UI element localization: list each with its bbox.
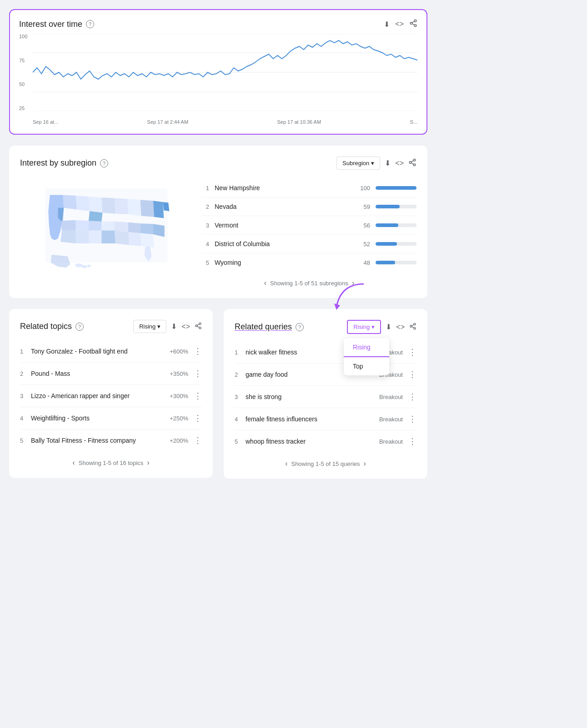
purple-arrow-annotation [332, 282, 368, 313]
subregion-dropdown[interactable]: Subregion ▾ [336, 157, 380, 170]
related-queries-dropdown[interactable]: Rising ▾ [347, 320, 381, 334]
svg-point-19 [199, 323, 201, 324]
rank-name: Vermont [215, 222, 351, 229]
rank-name: New Hampshire [215, 184, 351, 192]
query-badge: Breakout [379, 416, 403, 423]
query-more-icon[interactable]: ⋮ [408, 347, 416, 357]
subregion-controls: Subregion ▾ ⬇ <> [336, 157, 416, 170]
bottom-section: Related topics ? Rising ▾ ⬇ <> 1 [9, 309, 427, 479]
subregion-header: Interest by subregion ? Subregion ▾ ⬇ <> [20, 157, 416, 170]
related-queries-card: Related queries ? Rising ▾ Rising Top ⬇ … [224, 309, 427, 479]
us-map [20, 179, 193, 279]
related-topics-help-icon[interactable]: ? [75, 323, 84, 331]
related-topics-pagination: ‹ Showing 1-5 of 16 topics › [20, 451, 202, 467]
related-query-row: 4 female fitness influencers Breakout ⋮ [235, 408, 416, 430]
svg-line-22 [197, 326, 200, 328]
topic-more-icon[interactable]: ⋮ [194, 369, 202, 379]
prev-page-arrow[interactable]: ‹ [264, 279, 266, 287]
related-query-row: 5 whoop fitness tracker Breakout ⋮ [235, 430, 416, 452]
rank-number: 4 [202, 241, 209, 248]
interest-time-title: Interest over time [19, 20, 82, 29]
query-more-icon[interactable]: ⋮ [408, 436, 416, 446]
related-queries-rows: 1 nick walker fitness Breakout ⋮ 2 game … [235, 341, 416, 452]
query-more-icon[interactable]: ⋮ [408, 414, 416, 424]
topic-badge: +300% [170, 393, 188, 399]
related-queries-prev[interactable]: ‹ [285, 460, 287, 468]
rank-number: 3 [202, 222, 209, 229]
query-rank: 1 [235, 349, 242, 356]
x-axis-labels: Sep 16 at... Sep 17 at 2:44 AM Sep 17 at… [33, 119, 417, 125]
ranking-row: 5 Wyoming 48 [202, 253, 416, 272]
svg-point-11 [409, 161, 411, 163]
svg-line-14 [411, 160, 413, 162]
rank-bar [376, 205, 416, 208]
related-queries-share-icon[interactable] [409, 323, 416, 332]
svg-line-13 [411, 163, 413, 164]
svg-point-26 [410, 325, 412, 327]
interest-time-help-icon[interactable]: ? [86, 20, 94, 28]
related-topics-header: Related topics ? Rising ▾ ⬇ <> [20, 320, 202, 333]
download-icon[interactable]: ⬇ [384, 20, 390, 29]
query-more-icon[interactable]: ⋮ [408, 369, 416, 379]
y-axis-labels: 100 75 50 25 [19, 34, 27, 111]
rank-name: District of Columbia [215, 240, 351, 248]
query-rank: 2 [235, 371, 242, 378]
svg-point-12 [413, 164, 416, 166]
svg-point-0 [414, 20, 416, 22]
subregion-help-icon[interactable]: ? [100, 159, 108, 167]
related-topics-card: Related topics ? Rising ▾ ⬇ <> 1 [9, 309, 213, 478]
topic-more-icon[interactable]: ⋮ [194, 413, 202, 423]
related-queries-pagination: ‹ Showing 1-5 of 15 queries › [235, 452, 416, 468]
subregion-embed-icon[interactable]: <> [395, 159, 404, 167]
query-name: whoop fitness tracker [246, 438, 376, 445]
related-queries-download-icon[interactable]: ⬇ [386, 323, 391, 331]
related-topics-dropdown[interactable]: Rising ▾ [133, 320, 166, 333]
subregion-download-icon[interactable]: ⬇ [385, 159, 391, 167]
subregion-share-icon[interactable] [408, 158, 416, 168]
interest-time-chart: 100 75 50 25 Sep 16 at... Sep 17 at 2:44… [19, 34, 417, 125]
topic-badge: +350% [170, 370, 188, 377]
svg-marker-24 [334, 303, 340, 310]
svg-point-27 [414, 327, 416, 329]
embed-icon[interactable]: <> [395, 20, 404, 28]
topic-name: Pound - Mass [31, 370, 166, 377]
topic-rank: 2 [20, 370, 27, 377]
related-topics-prev[interactable]: ‹ [72, 459, 75, 467]
ranking-row: 2 Nevada 59 [202, 197, 416, 216]
svg-point-21 [199, 327, 201, 329]
related-query-row: 3 she is strong Breakout ⋮ [235, 386, 416, 408]
rank-score: 59 [356, 203, 370, 210]
topic-rank: 1 [20, 348, 27, 355]
rank-score: 48 [356, 259, 370, 266]
svg-line-4 [412, 21, 414, 23]
related-topics-next[interactable]: › [147, 459, 149, 467]
svg-point-2 [414, 25, 416, 27]
related-topics-rows: 1 Tony Gonzalez - Football tight end +60… [20, 340, 202, 451]
rank-bar [376, 261, 416, 264]
svg-point-20 [196, 325, 197, 327]
related-topics-download-icon[interactable]: ⬇ [171, 322, 177, 331]
svg-point-18 [87, 265, 91, 268]
related-topics-embed-icon[interactable]: <> [181, 323, 190, 331]
rank-number: 2 [202, 203, 209, 210]
topic-rank: 5 [20, 437, 27, 444]
related-topics-share-icon[interactable] [195, 322, 202, 331]
related-queries-embed-icon[interactable]: <> [396, 323, 405, 331]
related-queries-help-icon[interactable]: ? [296, 323, 304, 331]
query-badge: Breakout [379, 438, 403, 445]
query-name: she is strong [246, 393, 376, 400]
subregion-pagination: ‹ Showing 1-5 of 51 subregions › [202, 272, 416, 287]
dropdown-option-rising[interactable]: Rising [344, 338, 389, 357]
dropdown-popup: Rising Top [344, 338, 389, 375]
topic-more-icon[interactable]: ⋮ [194, 391, 202, 401]
query-more-icon[interactable]: ⋮ [408, 392, 416, 402]
share-icon[interactable] [409, 19, 417, 29]
dropdown-option-top[interactable]: Top [344, 357, 389, 375]
related-topic-row: 2 Pound - Mass +350% ⋮ [20, 363, 202, 385]
card-header-left: Interest over time ? [19, 20, 94, 29]
rank-score: 100 [356, 185, 370, 192]
topic-more-icon[interactable]: ⋮ [194, 435, 202, 445]
topic-badge: +200% [170, 437, 188, 444]
related-queries-next[interactable]: › [364, 460, 366, 468]
topic-more-icon[interactable]: ⋮ [194, 346, 202, 356]
